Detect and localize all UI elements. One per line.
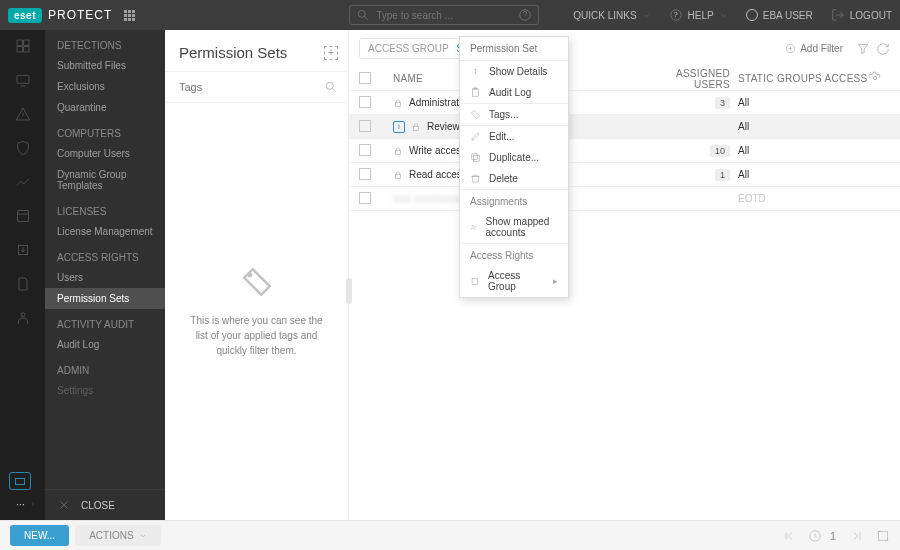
ctx-edit[interactable]: Edit... <box>460 125 568 147</box>
lock-icon <box>393 98 403 108</box>
svg-line-21 <box>333 89 336 92</box>
actions-label: ACTIONS <box>89 530 133 541</box>
reports-icon[interactable] <box>15 174 31 190</box>
user-name: EBA USER <box>763 10 813 21</box>
lock-icon <box>411 122 421 132</box>
plus-circle-icon <box>785 43 796 54</box>
row-checkbox[interactable] <box>359 168 371 180</box>
dashboard-icon[interactable] <box>15 38 31 54</box>
table-row[interactable]: Read access permission set1All <box>349 163 900 187</box>
svg-point-31 <box>475 69 476 70</box>
ctx-audit-log[interactable]: Audit Log <box>460 82 568 103</box>
nav-section: ADMIN <box>45 355 165 380</box>
nav-section: LICENSES <box>45 196 165 221</box>
row-checkbox[interactable] <box>359 96 371 108</box>
quick-links[interactable]: QUICK LINKS <box>573 10 650 21</box>
row-groups: EOTD <box>738 193 868 204</box>
apps-grid-icon[interactable] <box>124 10 135 21</box>
row-checkbox[interactable] <box>359 120 371 132</box>
ctx-tags[interactable]: Tags... <box>460 103 568 125</box>
ctx-duplicate[interactable]: Duplicate... <box>460 147 568 168</box>
chevron-down-icon <box>719 11 728 20</box>
nav-item[interactable]: Computer Users <box>45 143 165 164</box>
select-all-checkbox[interactable] <box>359 72 371 84</box>
row-checkbox[interactable] <box>359 144 371 156</box>
tag-icon <box>470 109 481 120</box>
assigned-count: 10 <box>710 145 730 157</box>
nav-item[interactable]: Dynamic Group Templates <box>45 164 165 196</box>
brand-product: PROTECT <box>48 8 112 22</box>
ctx-delete[interactable]: Delete <box>460 168 568 189</box>
row-groups: All <box>738 97 868 108</box>
help-circle-icon[interactable] <box>518 8 532 22</box>
nav-item[interactable]: Submitted Files <box>45 55 165 76</box>
notifications-icon[interactable] <box>15 310 31 326</box>
table-row[interactable]: xxx xxxxxxxxEOTD <box>349 187 900 211</box>
nav-item[interactable]: Settings <box>45 380 165 401</box>
chevron-down-icon <box>642 11 651 20</box>
footer-bar: NEW... ACTIONS 1 <box>0 520 900 550</box>
first-page-icon[interactable] <box>782 529 796 543</box>
table-row[interactable]: Administrator permission set3All <box>349 91 900 115</box>
funnel-icon[interactable] <box>856 42 870 56</box>
tasks-icon[interactable] <box>15 208 31 224</box>
refresh-icon[interactable] <box>876 42 890 56</box>
svg-rect-45 <box>878 531 887 540</box>
tag-icon <box>240 265 274 299</box>
help-menu[interactable]: ? HELP <box>669 8 728 22</box>
ctx-access-group[interactable]: Access Group ▸ <box>460 265 568 297</box>
pane-resize-handle[interactable] <box>346 278 352 304</box>
search-icon[interactable] <box>324 80 338 94</box>
global-search[interactable] <box>349 5 539 25</box>
policies-icon[interactable] <box>15 276 31 292</box>
nav-item[interactable]: Audit Log <box>45 334 165 355</box>
user-menu[interactable]: EBA USER <box>746 9 813 21</box>
ctx-show-mapped[interactable]: Show mapped accounts <box>460 211 568 243</box>
help-icon: ? <box>669 8 683 22</box>
nav-item[interactable]: Exclusions <box>45 76 165 97</box>
nav-section: COMPUTERS <box>45 118 165 143</box>
brand-logo: eset PROTECT <box>8 8 112 23</box>
add-filter-button[interactable]: Add Filter <box>778 39 850 58</box>
ctx-title: Permission Set <box>460 37 568 61</box>
nav-item[interactable]: Quarantine <box>45 97 165 118</box>
actions-button[interactable]: ACTIONS <box>75 525 160 546</box>
ctx-show-details[interactable]: Show Details <box>460 61 568 82</box>
ctx-audit-log-label: Audit Log <box>489 87 531 98</box>
clock-icon[interactable] <box>808 529 822 543</box>
brand-badge: eset <box>8 8 42 23</box>
add-tag-button[interactable]: + <box>324 46 338 60</box>
new-button[interactable]: NEW... <box>10 525 69 546</box>
add-filter-label: Add Filter <box>800 43 843 54</box>
user-avatar-icon <box>746 9 758 21</box>
col-static-groups[interactable]: STATIC GROUPS ACCESS <box>738 73 868 84</box>
next-page-icon[interactable] <box>850 529 864 543</box>
table-row[interactable]: Write access permission set10All <box>349 139 900 163</box>
row-checkbox[interactable] <box>359 192 371 204</box>
warning-icon[interactable] <box>15 106 31 122</box>
nav-item[interactable]: Users <box>45 267 165 288</box>
expand-rail[interactable]: ··· <box>16 492 37 520</box>
svg-rect-28 <box>414 126 419 130</box>
nav-item[interactable]: Permission Sets <box>45 288 165 309</box>
nav-item[interactable]: License Management <box>45 221 165 242</box>
svg-rect-41 <box>472 278 478 284</box>
close-nav[interactable]: CLOSE <box>45 489 165 520</box>
gear-icon[interactable] <box>868 71 882 85</box>
copy-icon <box>470 152 481 163</box>
table-header: NAME ASSIGNED USERS STATIC GROUPS ACCESS <box>349 67 900 91</box>
logout-button[interactable]: LOGOUT <box>831 8 892 22</box>
row-info-icon[interactable]: i <box>393 121 405 133</box>
ctx-assignments-header: Assignments <box>460 189 568 211</box>
installer-icon[interactable] <box>15 242 31 258</box>
remote-monitor-icon[interactable] <box>9 472 31 490</box>
computers-icon[interactable] <box>15 72 31 88</box>
ctx-edit-label: Edit... <box>489 131 515 142</box>
col-assigned[interactable]: ASSIGNED USERS <box>638 68 738 90</box>
search-input[interactable] <box>376 10 512 21</box>
svg-rect-14 <box>17 211 28 222</box>
svg-rect-8 <box>23 40 28 45</box>
table-row[interactable]: iReviewer permission setAll <box>349 115 900 139</box>
expand-icon[interactable] <box>876 529 890 543</box>
shield-icon[interactable] <box>15 140 31 156</box>
